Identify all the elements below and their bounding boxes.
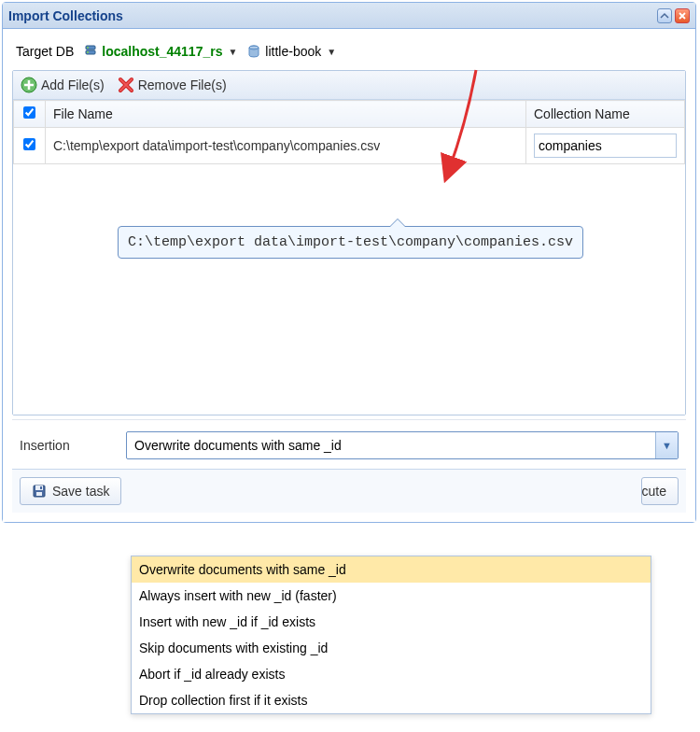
button-bar: Save task cute [12,469,686,513]
insertion-option[interactable]: Insert with new _id if _id exists [132,609,651,635]
titlebar: Import Collections [3,3,695,29]
insertion-dropdown-list: Overwrite documents with same _id Always… [131,556,651,714]
insertion-option[interactable]: Skip documents with existing _id [132,635,651,661]
insertion-label: Insertion [20,438,113,453]
window-title: Import Collections [8,8,123,23]
svg-point-2 [87,47,89,49]
save-icon [32,484,47,499]
file-path-tooltip: C:\temp\export data\import-test\company\… [118,226,583,259]
dialog-content: Target DB localhost_44117_rs ▼ little-bo… [3,29,695,522]
insertion-row: Insertion Overwrite documents with same … [12,419,686,469]
svg-rect-10 [40,486,42,489]
files-table: File Name Collection Name C:\temp\export… [13,100,685,164]
collapse-button[interactable] [657,8,672,23]
execute-button[interactable]: cute [641,477,679,505]
save-task-button[interactable]: Save task [20,477,121,505]
chevron-down-icon: ▼ [228,47,237,57]
database-name: little-book [265,44,321,59]
database-icon [246,44,261,59]
blank-area [13,164,685,415]
execute-label: cute [642,484,666,499]
collection-name-header: Collection Name [526,101,685,128]
server-selector[interactable]: localhost_44117_rs ▼ [83,44,237,59]
add-files-button[interactable]: Add File(s) [21,77,105,93]
collection-name-input[interactable] [534,134,677,158]
insertion-option[interactable]: Overwrite documents with same _id [132,556,651,583]
add-files-label: Add File(s) [41,77,105,92]
file-path-cell[interactable]: C:\temp\export data\import-test\company\… [46,128,526,164]
server-name: localhost_44117_rs [102,44,222,59]
remove-files-label: Remove File(s) [138,77,227,92]
table-row[interactable]: C:\temp\export data\import-test\company\… [14,128,685,164]
insertion-option[interactable]: Always insert with new _id (faster) [132,583,651,609]
chevron-down-icon: ▼ [655,432,678,458]
insertion-combo[interactable]: Overwrite documents with same _id ▼ [126,431,679,459]
save-task-label: Save task [52,484,109,499]
close-button[interactable] [675,8,690,23]
insertion-option[interactable]: Abort if _id already exists [132,661,651,687]
svg-rect-9 [36,492,42,496]
remove-icon [118,77,134,93]
file-name-header: File Name [46,101,526,128]
add-icon [21,77,37,93]
server-icon [83,44,98,59]
import-collections-window: Import Collections Target DB localhost_4… [2,2,696,523]
target-db-label: Target DB [16,44,74,59]
remove-files-button[interactable]: Remove File(s) [118,77,227,93]
check-all-header[interactable] [14,101,46,128]
insertion-option[interactable]: Drop collection first if it exists [132,687,651,713]
file-toolbar: Add File(s) Remove File(s) [13,71,685,100]
row-checkbox[interactable] [23,138,35,150]
target-db-row: Target DB localhost_44117_rs ▼ little-bo… [12,38,686,70]
svg-point-3 [87,51,89,53]
insertion-selected: Overwrite documents with same _id [134,438,342,453]
database-selector[interactable]: little-book ▼ [246,44,336,59]
check-all-checkbox[interactable] [23,106,35,119]
title-buttons [657,8,690,23]
chevron-down-icon: ▼ [327,47,336,57]
